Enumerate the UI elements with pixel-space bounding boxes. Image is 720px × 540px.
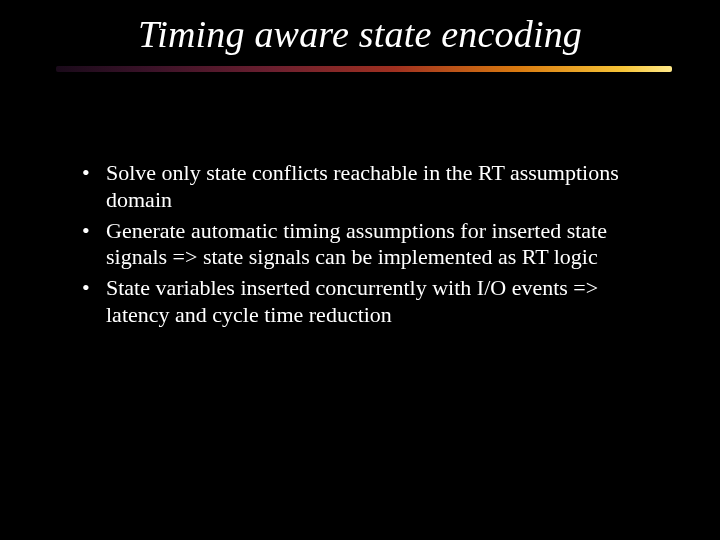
- list-item: Generate automatic timing assumptions fo…: [82, 218, 660, 272]
- list-item: Solve only state conflicts reachable in …: [82, 160, 660, 214]
- slide-title: Timing aware state encoding: [0, 12, 720, 56]
- list-item: State variables inserted concurrently wi…: [82, 275, 660, 329]
- title-divider: [56, 66, 672, 72]
- bullet-list: Solve only state conflicts reachable in …: [82, 160, 660, 329]
- slide: Timing aware state encoding Solve only s…: [0, 0, 720, 540]
- slide-body: Solve only state conflicts reachable in …: [82, 160, 660, 333]
